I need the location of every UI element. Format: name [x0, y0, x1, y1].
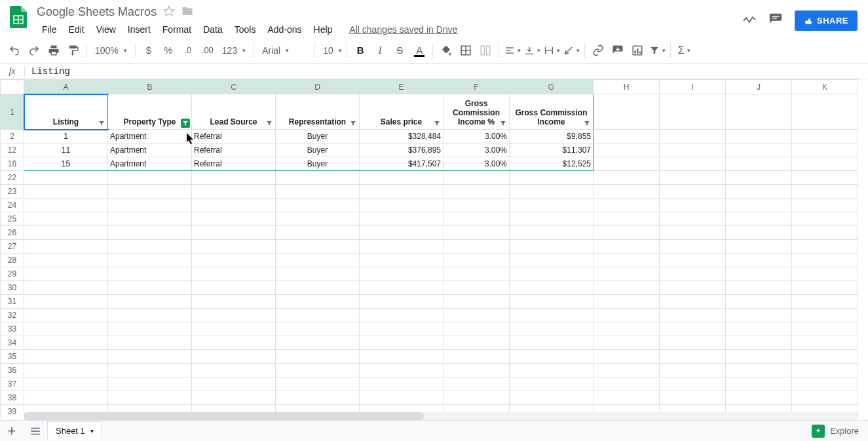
col-header-I[interactable]: I	[660, 80, 726, 94]
row-header-35[interactable]: 35	[1, 350, 24, 364]
cell-E2[interactable]: $328,484	[360, 130, 443, 144]
cell-I27[interactable]	[660, 240, 726, 254]
cell-C23[interactable]	[192, 185, 276, 199]
cell-A27[interactable]	[24, 240, 108, 254]
cell-C12[interactable]: Referral	[192, 144, 276, 157]
filter-icon[interactable]	[181, 119, 190, 128]
cell-A23[interactable]	[24, 185, 108, 199]
row-header-37[interactable]: 37	[1, 377, 24, 391]
cell-G2[interactable]: $9,855	[510, 130, 594, 144]
row-header-32[interactable]: 32	[1, 309, 24, 322]
filter-icon[interactable]	[582, 119, 592, 128]
cell-I38[interactable]	[660, 391, 726, 405]
row-header-34[interactable]: 34	[1, 336, 24, 350]
row-header-22[interactable]: 22	[1, 171, 24, 185]
cell-G25[interactable]	[510, 212, 594, 226]
row-header-38[interactable]: 38	[1, 391, 24, 405]
cell-E30[interactable]	[360, 281, 443, 295]
cell-G26[interactable]	[510, 226, 594, 240]
cell-J31[interactable]	[726, 295, 792, 309]
zoom-select[interactable]: 100%	[91, 45, 131, 56]
cell-B33[interactable]	[108, 322, 192, 336]
cell-E36[interactable]	[360, 364, 443, 377]
cell-J38[interactable]	[726, 391, 792, 405]
halign-button[interactable]	[503, 41, 521, 60]
cell-H25[interactable]	[594, 212, 660, 226]
filter-icon[interactable]	[499, 119, 508, 128]
cell-H26[interactable]	[594, 226, 660, 240]
col-header-C[interactable]: C	[192, 80, 276, 94]
folder-icon[interactable]	[181, 5, 193, 19]
cell-F29[interactable]	[443, 267, 510, 281]
cell-I37[interactable]	[660, 377, 726, 391]
cell-C22[interactable]	[192, 171, 276, 185]
cell-A2[interactable]: 1	[24, 130, 108, 144]
cell-F25[interactable]	[443, 212, 510, 226]
link-button[interactable]	[589, 41, 607, 60]
increase-decimal-button[interactable]: .00	[198, 41, 217, 60]
cell-B22[interactable]	[108, 171, 192, 185]
cell-B37[interactable]	[108, 377, 192, 391]
save-status[interactable]: All changes saved in Drive	[344, 22, 462, 37]
cell-K23[interactable]	[792, 185, 858, 199]
cell-J22[interactable]	[726, 171, 792, 185]
cell-H23[interactable]	[594, 185, 660, 199]
rotate-button[interactable]	[562, 41, 580, 60]
cell-J24[interactable]	[726, 199, 792, 212]
cell-I29[interactable]	[660, 267, 726, 281]
borders-button[interactable]	[457, 41, 475, 60]
cell-I33[interactable]	[660, 322, 726, 336]
cell-K33[interactable]	[792, 322, 858, 336]
font-select[interactable]: Arial	[258, 45, 311, 56]
cell-G32[interactable]	[510, 309, 594, 322]
col-header-K[interactable]: K	[792, 80, 858, 94]
comments-icon[interactable]	[768, 12, 783, 29]
cell-I34[interactable]	[660, 336, 726, 350]
cell-F23[interactable]	[443, 185, 510, 199]
cell-K37[interactable]	[792, 377, 858, 391]
cell-D25[interactable]	[276, 212, 360, 226]
row-header-30[interactable]: 30	[1, 281, 24, 295]
cell-K1[interactable]	[792, 94, 858, 130]
menu-insert[interactable]: Insert	[123, 22, 156, 37]
cell-C31[interactable]	[192, 295, 276, 309]
row-header-27[interactable]: 27	[1, 240, 24, 254]
cell-B34[interactable]	[108, 336, 192, 350]
cell-K32[interactable]	[792, 309, 858, 322]
cell-I25[interactable]	[660, 212, 726, 226]
filter-button[interactable]	[648, 41, 666, 60]
cell-H33[interactable]	[594, 322, 660, 336]
cell-H22[interactable]	[594, 171, 660, 185]
italic-button[interactable]: I	[371, 41, 389, 60]
cell-E27[interactable]	[360, 240, 443, 254]
cell-E37[interactable]	[360, 377, 443, 391]
row-header-24[interactable]: 24	[1, 199, 24, 212]
cell-D38[interactable]	[276, 391, 360, 405]
menu-tools[interactable]: Tools	[229, 22, 261, 37]
cell-E26[interactable]	[360, 226, 443, 240]
cell-D27[interactable]	[276, 240, 360, 254]
cell-C32[interactable]	[192, 309, 276, 322]
formula-input[interactable]: Listing	[25, 66, 868, 77]
menu-view[interactable]: View	[91, 22, 121, 37]
cell-A29[interactable]	[24, 267, 108, 281]
horizontal-scrollbar[interactable]	[24, 412, 858, 420]
menu-addons[interactable]: Add-ons	[262, 22, 307, 37]
cell-B16[interactable]: Apartment	[108, 157, 192, 171]
col-header-E[interactable]: E	[360, 80, 443, 94]
cell-B29[interactable]	[108, 267, 192, 281]
cell-G12[interactable]: $11,307	[510, 144, 594, 157]
more-formats-button[interactable]: 123	[218, 45, 250, 56]
add-sheet-button[interactable]: +	[0, 421, 24, 442]
cell-A38[interactable]	[24, 391, 108, 405]
cell-A31[interactable]	[24, 295, 108, 309]
cell-K16[interactable]	[792, 157, 858, 171]
col-header-A[interactable]: A	[24, 80, 108, 94]
cell-J34[interactable]	[726, 336, 792, 350]
cell-D16[interactable]: Buyer	[276, 157, 360, 171]
cell-F12[interactable]: 3.00%	[443, 144, 510, 157]
cell-I2[interactable]	[660, 130, 726, 144]
cell-H27[interactable]	[594, 240, 660, 254]
cell-G1[interactable]: Gross Commission Income	[510, 94, 594, 130]
cell-J32[interactable]	[726, 309, 792, 322]
